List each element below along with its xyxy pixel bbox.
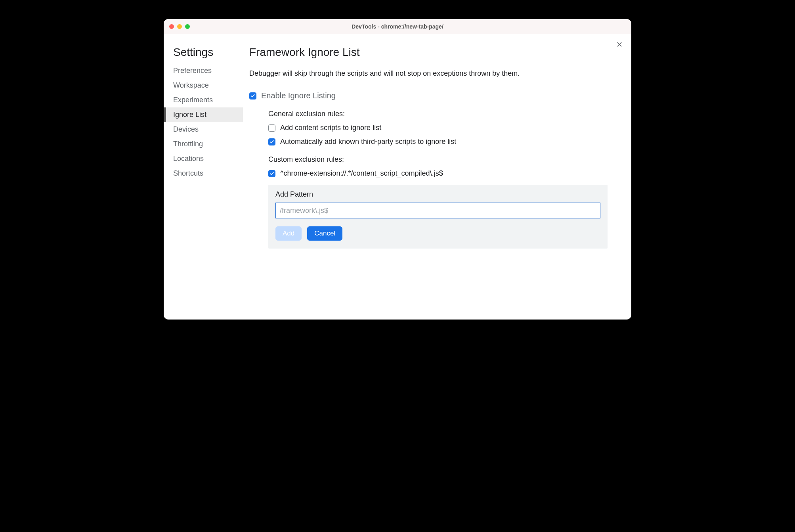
page-description: Debugger will skip through the scripts a… bbox=[249, 69, 608, 78]
window-title: DevTools - chrome://new-tab-page/ bbox=[164, 23, 631, 30]
custom-rule-label: ^chrome-extension://.*/content_script_co… bbox=[280, 169, 443, 178]
sidebar-item-label: Ignore List bbox=[173, 111, 206, 119]
sidebar-item-devices[interactable]: Devices bbox=[164, 122, 243, 137]
auto-third-party-label: Automatically add known third-party scri… bbox=[280, 138, 456, 146]
add-button[interactable]: Add bbox=[275, 226, 302, 241]
general-rule-row: Add content scripts to ignore list bbox=[268, 124, 608, 132]
sidebar-title: Settings bbox=[164, 46, 243, 63]
custom-exclusion-label: Custom exclusion rules: bbox=[268, 155, 608, 164]
window-close-icon[interactable] bbox=[169, 24, 174, 29]
pattern-input[interactable] bbox=[275, 203, 600, 218]
enable-ignore-listing-checkbox[interactable] bbox=[249, 92, 256, 100]
sidebar-item-label: Shortcuts bbox=[173, 169, 203, 177]
sidebar-item-label: Preferences bbox=[173, 67, 212, 75]
sidebar-item-throttling[interactable]: Throttling bbox=[164, 137, 243, 151]
cancel-button[interactable]: Cancel bbox=[307, 226, 342, 241]
sidebar-item-preferences[interactable]: Preferences bbox=[164, 63, 243, 78]
add-content-scripts-checkbox[interactable] bbox=[268, 124, 275, 132]
sidebar-item-experiments[interactable]: Experiments bbox=[164, 93, 243, 107]
settings-main: Framework Ignore List Debugger will skip… bbox=[243, 34, 623, 320]
enable-ignore-listing-label: Enable Ignore Listing bbox=[261, 91, 336, 100]
custom-rule-checkbox[interactable] bbox=[268, 170, 275, 177]
general-exclusion-label: General exclusion rules: bbox=[268, 110, 608, 118]
titlebar: DevTools - chrome://new-tab-page/ bbox=[164, 19, 631, 34]
sidebar-item-label: Workspace bbox=[173, 81, 209, 89]
sidebar-item-locations[interactable]: Locations bbox=[164, 151, 243, 166]
enable-ignore-listing-row: Enable Ignore Listing bbox=[249, 91, 608, 100]
sidebar-item-workspace[interactable]: Workspace bbox=[164, 78, 243, 93]
custom-rule-row: ^chrome-extension://.*/content_script_co… bbox=[268, 169, 608, 178]
close-icon[interactable] bbox=[615, 40, 624, 49]
add-pattern-panel: Add Pattern Add Cancel bbox=[268, 185, 608, 249]
devtools-settings-window: DevTools - chrome://new-tab-page/ Settin… bbox=[164, 19, 631, 320]
sidebar-item-shortcuts[interactable]: Shortcuts bbox=[164, 166, 243, 181]
add-content-scripts-label: Add content scripts to ignore list bbox=[280, 124, 381, 132]
sidebar-item-ignore-list[interactable]: Ignore List bbox=[164, 107, 243, 122]
auto-third-party-checkbox[interactable] bbox=[268, 138, 275, 145]
window-zoom-icon[interactable] bbox=[185, 24, 190, 29]
window-minimize-icon[interactable] bbox=[177, 24, 182, 29]
traffic-lights bbox=[164, 24, 190, 29]
sidebar-item-label: Experiments bbox=[173, 96, 213, 104]
divider bbox=[249, 62, 608, 62]
add-pattern-buttons: Add Cancel bbox=[275, 226, 600, 241]
add-pattern-label: Add Pattern bbox=[275, 190, 600, 199]
sidebar-item-label: Devices bbox=[173, 125, 199, 133]
settings-sidebar: Settings Preferences Workspace Experimen… bbox=[164, 34, 243, 320]
sidebar-item-label: Locations bbox=[173, 155, 204, 163]
general-rule-row: Automatically add known third-party scri… bbox=[268, 138, 608, 146]
page-title: Framework Ignore List bbox=[249, 46, 608, 59]
sidebar-item-label: Throttling bbox=[173, 140, 203, 148]
